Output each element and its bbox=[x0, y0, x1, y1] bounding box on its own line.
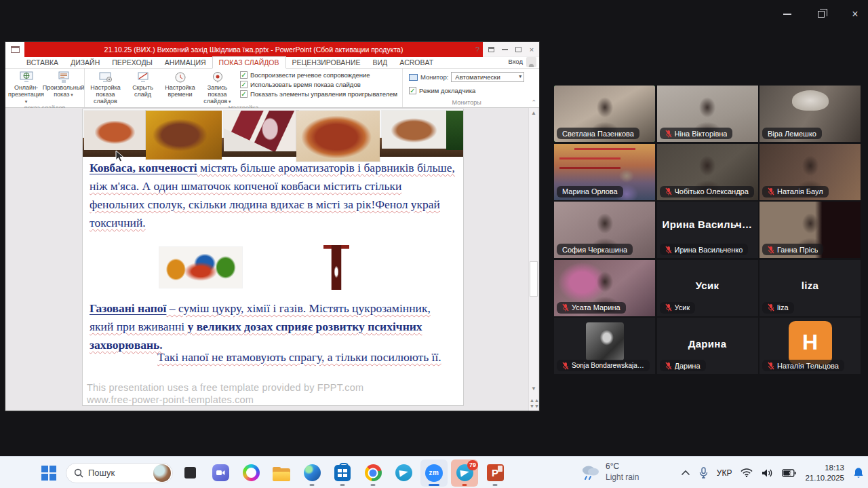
restore-icon[interactable] bbox=[812, 7, 830, 22]
participant-tile[interactable]: Светлана Пазенкова bbox=[554, 86, 655, 142]
mic-muted-icon bbox=[665, 303, 672, 312]
participant-name: Ганна Прісь bbox=[777, 246, 818, 254]
cola-bottle-image bbox=[323, 245, 349, 290]
participant-name: Марина Орлова bbox=[562, 187, 618, 195]
tab-acrobat[interactable]: ACROBAT bbox=[393, 57, 439, 68]
record-slideshow-icon bbox=[210, 71, 225, 83]
ppt-minimize-icon[interactable] bbox=[498, 43, 511, 56]
chrome-button[interactable] bbox=[359, 459, 387, 487]
online-presentation-button[interactable]: Онлайн-презентация bbox=[7, 69, 45, 105]
tab-dizayn[interactable]: ДИЗАЙН bbox=[64, 57, 106, 68]
setup-slideshow-button[interactable]: Настройка показа слайдов bbox=[87, 69, 124, 105]
edge-button[interactable] bbox=[298, 459, 326, 487]
participant-tile[interactable]: Дарина Дарина bbox=[657, 318, 758, 374]
ppt-close-icon[interactable]: × bbox=[526, 43, 538, 56]
tab-pokaz-slaydov[interactable]: ПОКАЗ СЛАЙДОВ bbox=[212, 56, 286, 69]
monitor-select[interactable]: Автоматически bbox=[451, 72, 524, 82]
account-avatar[interactable] bbox=[526, 57, 536, 67]
tray-overflow-chevron-icon[interactable] bbox=[681, 470, 690, 476]
taskbar-weather[interactable]: 6°C Light rain bbox=[580, 461, 639, 483]
prev-next-slide-buttons[interactable]: ▲▲▼▼ bbox=[530, 397, 538, 409]
participant-tile[interactable]: Наталія Баул bbox=[760, 144, 861, 200]
custom-show-button[interactable]: Произвольный показ bbox=[45, 69, 82, 98]
file-explorer-button[interactable] bbox=[268, 459, 295, 487]
participant-tile[interactable]: София Черкашина bbox=[554, 202, 655, 258]
participant-name: Ирина Васильченко bbox=[675, 246, 743, 254]
participant-name: liza bbox=[777, 303, 789, 312]
checkbox-label: Использовать время показа слайдов bbox=[250, 81, 361, 88]
checkbox-use-timings[interactable]: Использовать время показа слайдов bbox=[240, 81, 397, 88]
wifi-icon[interactable] bbox=[741, 468, 753, 477]
checkbox-checked-icon bbox=[240, 81, 248, 88]
notification-bell-icon[interactable] bbox=[853, 467, 864, 478]
participant-name: София Черкашина bbox=[562, 246, 627, 254]
language-indicator[interactable]: УКР bbox=[717, 468, 732, 478]
telegram-button[interactable] bbox=[390, 459, 417, 487]
sausages-image bbox=[84, 111, 146, 150]
mic-muted-icon bbox=[665, 362, 672, 370]
participant-tile[interactable]: Марина Орлова bbox=[554, 144, 655, 200]
participant-tile[interactable]: H Наталія Тельцова bbox=[760, 318, 861, 374]
tray-mic-icon[interactable] bbox=[699, 467, 708, 478]
ppt-maximize-icon[interactable] bbox=[512, 43, 524, 56]
hide-slide-button[interactable]: Скрыть слайд bbox=[124, 69, 161, 98]
microsoft-store-button[interactable] bbox=[329, 459, 356, 487]
copilot-button[interactable] bbox=[237, 459, 264, 487]
mic-muted-icon bbox=[768, 362, 774, 370]
titlebar-activation-band: 21.10.25 (ВИХ.) Виховний захід Шкідлива … bbox=[24, 42, 483, 57]
help-icon[interactable] bbox=[471, 43, 484, 56]
quick-access-toolbar[interactable] bbox=[5, 42, 24, 57]
rehearse-timings-button[interactable]: Настройка времени bbox=[161, 69, 199, 98]
participant-tile[interactable]: Ганна Прісь bbox=[760, 202, 861, 258]
collapse-ribbon-icon[interactable]: ⌃ bbox=[531, 99, 536, 106]
participant-tile[interactable]: liza liza bbox=[760, 260, 861, 316]
chat-button[interactable] bbox=[207, 459, 234, 487]
tray-clock[interactable]: 18:13 21.10.2025 bbox=[805, 463, 844, 483]
checkbox-presenter-view[interactable]: Режим докладчика bbox=[409, 87, 524, 94]
tab-vstavka[interactable]: ВСТАВКА bbox=[20, 57, 64, 68]
mic-muted-icon bbox=[665, 187, 672, 195]
powerpoint-window: 21.10.25 (ВИХ.) Виховний захід Шкідлива … bbox=[5, 42, 539, 411]
participant-tile[interactable]: Ирина Васильч… Ирина Васильченко bbox=[657, 202, 758, 258]
taskbar: Пошук zm bbox=[0, 456, 868, 488]
telegram-alert-button[interactable]: 79 bbox=[451, 459, 478, 487]
speaker-icon[interactable] bbox=[762, 468, 773, 478]
battery-icon[interactable] bbox=[782, 469, 796, 477]
sign-in-link[interactable]: Вход bbox=[509, 58, 524, 65]
participant-tile[interactable]: Ніна Вікторівна bbox=[657, 86, 758, 142]
record-slideshow-button[interactable]: Запись показа слайдов bbox=[199, 69, 236, 105]
participant-name: Наталія Баул bbox=[777, 187, 823, 195]
minimize-icon[interactable] bbox=[778, 7, 796, 22]
slideshow-icon bbox=[11, 46, 20, 53]
close-icon[interactable]: × bbox=[846, 7, 864, 22]
participant-tile[interactable]: Sonja Bondarewskaja… bbox=[554, 318, 655, 374]
tab-animatsiya[interactable]: АНИМАЦИЯ bbox=[159, 57, 212, 68]
checkbox-show-media-controls[interactable]: Показать элементы управления проигрывате… bbox=[240, 90, 397, 98]
scroll-up-icon[interactable]: ▲ bbox=[530, 109, 538, 117]
scroll-down-icon[interactable]: ▼ bbox=[530, 384, 538, 393]
copilot-icon bbox=[243, 464, 260, 481]
slide-paragraph-sausage: Ковбаса, копченості містять більше арома… bbox=[90, 159, 456, 232]
participant-tile[interactable]: Віра Лемешко bbox=[760, 86, 861, 142]
start-button[interactable] bbox=[35, 459, 62, 487]
search-weather-graphic bbox=[153, 464, 171, 482]
participant-tile[interactable]: Усата Марина bbox=[554, 260, 655, 316]
search-box[interactable]: Пошук bbox=[66, 463, 173, 483]
ribbon-options-icon[interactable] bbox=[485, 43, 497, 56]
task-view-button[interactable] bbox=[176, 459, 203, 487]
tab-vid[interactable]: ВИД bbox=[367, 57, 394, 68]
powerpoint-titlebar[interactable]: 21.10.25 (ВИХ.) Виховний захід Шкідлива … bbox=[5, 42, 539, 57]
tab-perekhody[interactable]: ПЕРЕХОДЫ bbox=[106, 57, 159, 68]
vertical-scrollbar[interactable]: ▲ ▼ ▲▲▼▼ bbox=[528, 108, 538, 411]
checkbox-play-narrations[interactable]: Воспроизвести речевое сопровождение bbox=[240, 71, 397, 79]
powerpoint-button[interactable]: P bbox=[481, 459, 509, 487]
checkbox-label: Показать элементы управления проигрывате… bbox=[250, 90, 397, 98]
glazed-meat-image bbox=[296, 111, 380, 162]
scrollbar-thumb[interactable] bbox=[530, 261, 538, 297]
zoom-app-button[interactable]: zm bbox=[420, 459, 448, 487]
weather-condition: Light rain bbox=[606, 472, 639, 483]
participant-tile[interactable]: Чобітько Олександра bbox=[657, 144, 758, 200]
participant-tile[interactable]: Усик Усик bbox=[657, 260, 758, 316]
tab-retsenzirovanie[interactable]: РЕЦЕНЗИРОВАНИЕ bbox=[286, 57, 367, 68]
setup-slideshow-icon bbox=[98, 71, 113, 83]
